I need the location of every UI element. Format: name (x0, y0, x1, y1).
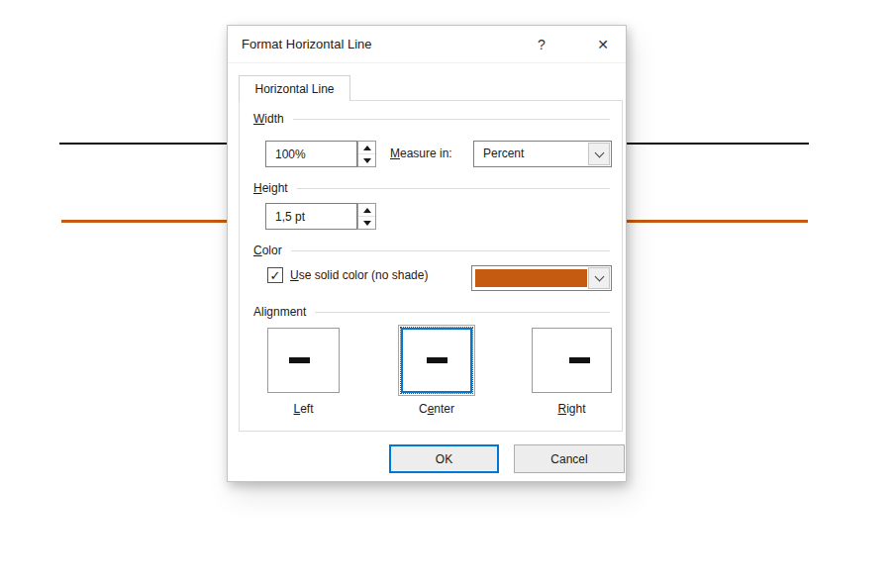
alignment-option-right[interactable] (532, 328, 612, 393)
chevron-down-icon (594, 272, 604, 282)
width-spinner (357, 141, 376, 167)
use-solid-color-option[interactable]: ✓ Use solid color (no shade) (267, 267, 428, 283)
alignment-group-header: Alignment (253, 304, 610, 320)
tab-page-panel: Width Measure in: Percent Height (239, 100, 623, 432)
measure-in-label: Measure in: (390, 141, 452, 167)
height-label: Height (253, 181, 288, 195)
width-group-rule (293, 119, 610, 120)
dialog-titlebar[interactable]: Format Horizontal Line ? ✕ (228, 26, 626, 63)
help-icon: ? (538, 37, 546, 52)
width-spinner-up-button[interactable] (358, 142, 375, 154)
spinner-down-icon (363, 158, 371, 163)
ok-button[interactable]: OK (389, 444, 499, 473)
help-button[interactable]: ? (531, 33, 552, 56)
measure-in-value: Percent (474, 142, 587, 166)
color-dropdown[interactable] (471, 265, 612, 291)
alignment-option-center[interactable] (398, 325, 475, 396)
checkmark-icon: ✓ (270, 269, 281, 282)
width-label: Width (253, 112, 284, 126)
format-horizontal-line-dialog: Format Horizontal Line ? ✕ Horizontal Li… (227, 25, 627, 482)
width-spin-group (265, 141, 376, 167)
measure-in-dropdown[interactable]: Percent (473, 141, 612, 167)
height-group-header: Height (253, 180, 610, 196)
alignment-option-left[interactable] (267, 328, 340, 393)
color-group-header: Color (253, 243, 610, 258)
cancel-button[interactable]: Cancel (514, 444, 625, 473)
use-solid-color-label: Use solid color (no shade) (290, 268, 428, 282)
line-preview-dash (289, 357, 310, 363)
dialog-title: Format Horizontal Line (242, 37, 531, 51)
height-group-rule (297, 188, 610, 189)
spinner-up-icon (363, 146, 371, 150)
line-preview-dash (427, 357, 447, 363)
alignment-group-rule (315, 312, 610, 313)
close-icon: ✕ (597, 37, 609, 52)
measure-in-dropdown-button[interactable] (588, 143, 610, 165)
color-swatch (475, 269, 587, 287)
line-preview-dash (569, 357, 590, 363)
color-group-rule (291, 250, 610, 251)
width-group-header: Width (253, 111, 610, 127)
alignment-center-label: Center (398, 402, 475, 416)
selection-border (401, 328, 472, 393)
height-spinner-down-button[interactable] (358, 217, 375, 229)
close-button[interactable]: ✕ (592, 33, 614, 56)
color-label: Color (253, 244, 282, 257)
alignment-right-label: Right (532, 402, 612, 416)
alignment-label: Alignment (253, 305, 306, 319)
width-input[interactable] (265, 141, 357, 167)
cancel-button-label: Cancel (550, 452, 587, 466)
height-spinner (357, 203, 376, 230)
color-dropdown-button[interactable] (588, 267, 610, 289)
use-solid-color-checkbox[interactable]: ✓ (267, 267, 283, 283)
height-spin-group (265, 203, 376, 230)
tab-horizontal-line[interactable]: Horizontal Line (239, 75, 350, 101)
width-spinner-down-button[interactable] (358, 154, 375, 166)
height-input[interactable] (265, 203, 357, 230)
alignment-left-label: Left (267, 402, 340, 416)
spinner-up-icon (363, 208, 371, 213)
chevron-down-icon (594, 147, 604, 157)
spinner-down-icon (363, 221, 371, 226)
ok-button-label: OK (436, 452, 452, 466)
height-spinner-up-button[interactable] (358, 204, 375, 217)
tab-label: Horizontal Line (254, 82, 334, 96)
focus-ring (400, 327, 473, 394)
